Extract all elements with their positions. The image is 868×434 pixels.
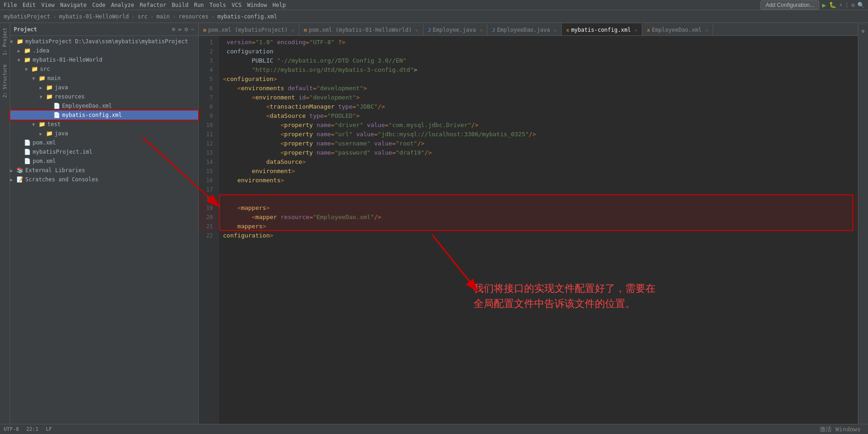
bc-resources[interactable]: resources [178, 13, 208, 20]
tree-item-pom.xml2[interactable]: 📄pom.xml [10, 138, 198, 147]
code-token: "com.mysql.jdbc.Driver" [388, 121, 471, 130]
code-line: environment> [223, 167, 858, 176]
menu-analyze[interactable]: Analyze [111, 2, 134, 8]
tree-item-EmployeeDao.xml[interactable]: 📄EmployeeDao.xml [10, 101, 198, 110]
menu-window[interactable]: Window [247, 2, 267, 8]
code-token: environment> [252, 167, 295, 176]
code-editor[interactable]: 12345678910111213141516171819202122 vers… [199, 36, 858, 424]
tab-pom-hello[interactable]: m pom.xml (mybatis-01-HelloWorld) ✕ [299, 23, 423, 35]
code-token: < [280, 139, 284, 148]
tree-item-resources[interactable]: ▼📁resources [10, 92, 198, 101]
menu-file[interactable]: File [4, 2, 17, 8]
code-token [223, 39, 227, 46]
tree-label: java [55, 130, 68, 137]
tree-label: main [47, 75, 61, 81]
tree-arrow: ▶ [10, 177, 17, 182]
code-token: < [252, 213, 256, 222]
tab-close-pom-hello[interactable]: ✕ [416, 28, 418, 33]
bc-file[interactable]: mybatis-config.xml [217, 13, 277, 20]
tree-icon: 📁 [24, 47, 31, 54]
tree-item-mybatisProject.iml[interactable]: 📄mybatisProject.iml [10, 147, 198, 156]
activate-windows[interactable]: 激活 Windows [820, 425, 861, 434]
code-content[interactable]: version="1.0" encoding="UTF-8" ?> config… [219, 36, 858, 424]
line-number: 9 [199, 111, 216, 121]
code-token: > [270, 232, 274, 239]
tab-icon-employeedao-java: J [492, 27, 495, 33]
gear-icon[interactable]: ⚙ [184, 26, 188, 33]
tree-item-mybatis-config.xml[interactable]: 📄mybatis-config.xml [10, 110, 198, 120]
tree-label: mybatis-config.xml [62, 112, 122, 118]
bc-module[interactable]: mybatis-01-HelloWorld [59, 13, 129, 20]
tab-employeedao-xml[interactable]: x EmployeeDao.xml ✕ [642, 23, 713, 35]
run-icon2[interactable]: ⚡ [839, 1, 843, 8]
sidebar-tab-structure[interactable]: 2: Structure [0, 60, 9, 102]
code-token: < [223, 75, 227, 84]
code-line: <property name="username" value="root"/> [223, 139, 858, 148]
tab-close-employeedao-xml[interactable]: ✕ [705, 28, 708, 33]
debug-button[interactable]: 🐛 [829, 1, 836, 8]
tree-item-test[interactable]: ▼📁test [10, 120, 198, 129]
menu-tools[interactable]: Tools [210, 2, 226, 8]
tab-label-pom-mybatis: pom.xml (mybatisProject) [208, 27, 288, 33]
editor-area: m pom.xml (mybatisProject) ✕ m pom.xml (… [199, 23, 858, 424]
sync-icon[interactable]: ⇌ [178, 26, 182, 33]
tree-item-java2[interactable]: ▶📁java [10, 129, 198, 138]
menu-vcs[interactable]: VCS [232, 2, 242, 8]
tree-item-mybatisProject[interactable]: ▼📁mybatisProject D:\Java\ssm\mybatis\myb… [10, 37, 198, 46]
code-token: "password" [335, 148, 371, 157]
tab-label-employeedao-xml: EmployeeDao.xml [652, 27, 702, 33]
run-button[interactable]: ▶ [822, 1, 826, 9]
add-icon[interactable]: ⊕ [172, 26, 176, 33]
tree-item-idea[interactable]: ▶📁.idea [10, 46, 198, 55]
code-token [335, 39, 338, 46]
menu-run[interactable]: Run [194, 2, 204, 8]
tree-item-src[interactable]: ▼📁src [10, 64, 198, 74]
tab-employee-java[interactable]: J Employee.java ✕ [423, 23, 488, 35]
menu-build[interactable]: Build [172, 2, 188, 8]
bc-project[interactable]: mybatisProject [4, 13, 50, 20]
tab-close-mybatis-config[interactable]: ✕ [634, 28, 637, 33]
search-icon[interactable]: 🔍 [857, 2, 864, 8]
code-token: "username" [335, 139, 371, 148]
code-token: default [288, 84, 313, 93]
bc-src[interactable]: src [137, 13, 148, 20]
sidebar-tab-project[interactable]: 1: Project [0, 23, 9, 60]
tree-item-main[interactable]: ▼📁main [10, 74, 198, 83]
menu-view[interactable]: View [41, 2, 55, 8]
code-token: "UTF-8" [309, 39, 335, 46]
code-token [284, 84, 288, 93]
tab-close-employee-java[interactable]: ✕ [480, 28, 482, 33]
code-token: < [280, 130, 284, 139]
menu-navigate[interactable]: Navigate [60, 2, 87, 8]
tab-employeedao-java[interactable]: J EmployeeDao.java ✕ [487, 23, 561, 35]
tree-item-mybatis-01[interactable]: ▼📁mybatis-01-HelloWorld [10, 55, 198, 64]
menu-help[interactable]: Help [273, 2, 286, 8]
annotation-text: 我们将接口的实现文件配置好了，需要在 全局配置文件中告诉该文件的位置。 [474, 281, 656, 311]
menu-edit[interactable]: Edit [23, 2, 36, 8]
tab-pom-mybatis[interactable]: m pom.xml (mybatisProject) ✕ [199, 23, 299, 35]
code-token: name [317, 121, 331, 130]
tree-arrow: ▼ [32, 76, 39, 81]
menu-code[interactable]: Code [92, 2, 106, 8]
menu-refactor[interactable]: Refactor [140, 2, 166, 8]
bc-main[interactable]: main [156, 13, 170, 20]
tab-close-employeedao-java[interactable]: ✕ [554, 28, 556, 33]
tab-label-employeedao-java: EmployeeDao.java [497, 27, 550, 33]
tree-item-java[interactable]: ▶📁java [10, 83, 198, 92]
sidebar-tab-right[interactable]: ⚙ [859, 25, 868, 37]
add-configuration-button[interactable]: Add Configuration... [760, 0, 819, 10]
code-line: <environments default="development"> [223, 84, 858, 93]
code-line: dataSource> [223, 157, 858, 167]
line-number: 1 [199, 38, 216, 47]
tree-label: .idea [33, 47, 49, 54]
line-numbers: 12345678910111213141516171819202122 [199, 36, 219, 424]
code-token: > [263, 223, 266, 230]
tab-close-pom-mybatis[interactable]: ✕ [291, 28, 294, 33]
tab-mybatis-config[interactable]: x mybatis-config.xml ✕ [562, 23, 643, 35]
code-token: < [252, 93, 256, 102]
minimize-icon[interactable]: − [191, 26, 194, 33]
tree-item-Scratches[interactable]: ▶📝Scratches and Consoles [10, 175, 198, 184]
tree-item-pom.xml3[interactable]: 📄pom.xml [10, 156, 198, 166]
settings-icon[interactable]: ⚙ [851, 2, 855, 8]
tree-item-ExtLibraries[interactable]: ▶📚External Libraries [10, 166, 198, 175]
